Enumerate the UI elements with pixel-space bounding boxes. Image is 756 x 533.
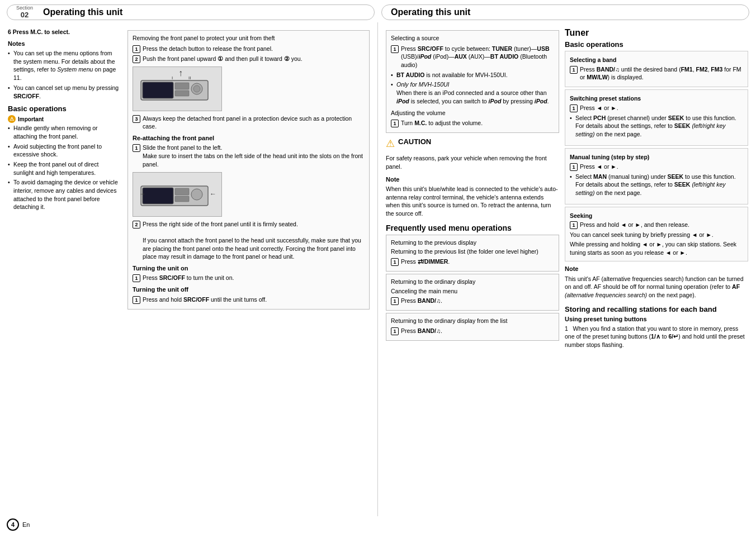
- turning-off-step: 1 Press and hold SRC/OFF until the unit …: [133, 296, 365, 304]
- freq-step-text-2: Press BAND/♫.: [401, 297, 442, 305]
- tuner-note-text: This unit's AF (alternative frequencies …: [565, 275, 748, 299]
- tuner-preset-step-num: 1: [570, 104, 578, 112]
- volume-step: 1 Turn M.C. to adjust the volume.: [391, 119, 554, 127]
- tuner-preset-section: Switching preset stations 1 Press ◄ or ►…: [565, 89, 748, 146]
- reattach-step-2: 2 Press the right side of the front pane…: [133, 220, 365, 261]
- caution-box: ⚠ CAUTION: [386, 137, 559, 150]
- reattach-step-1: 1 Slide the front panel to the left.Make…: [133, 144, 365, 168]
- header: Section 02 Operating this unit Operating…: [0, 0, 756, 22]
- svg-rect-3: [175, 91, 189, 96]
- freq-box-1-sub: Returning to the previous list (the fold…: [391, 248, 554, 256]
- freq-box-2-title: Returning to the ordinary display: [391, 278, 554, 286]
- turning-on-step: 1 Press SRC/OFF to turn the unit on.: [133, 274, 365, 282]
- important-item-1: Handle gently when removing or attaching…: [8, 124, 120, 140]
- important-list: Handle gently when removing or attaching…: [8, 124, 120, 211]
- svg-rect-11: [175, 188, 189, 195]
- important-text: Important: [18, 116, 44, 122]
- tuner-seek-note-1: You can cancel seek tuning by briefly pr…: [570, 231, 743, 239]
- tuner-preset-bullet: Select PCH (preset channel) under SEEK t…: [570, 114, 743, 139]
- volume-step-num: 1: [391, 120, 399, 127]
- source-title: Selecting a source: [391, 34, 554, 42]
- tuner-manual-title: Manual tuning (step by step): [570, 153, 743, 161]
- tuner-manual-step-text: Press ◄ or ►.: [580, 163, 618, 171]
- page-number: 4: [7, 518, 19, 531]
- step-num-on: 1: [133, 274, 140, 282]
- left-info: 6 Press M.C. to select. Notes You can se…: [8, 28, 120, 312]
- tuner-manual-step: 1 Press ◄ or ►.: [570, 163, 743, 171]
- svg-text:←: ←: [210, 190, 216, 198]
- content: 6 Press M.C. to select. Notes You can se…: [0, 22, 756, 516]
- volume-step-text: Turn M.C. to adjust the volume.: [401, 119, 483, 127]
- tuner-note-label: Note: [565, 265, 748, 273]
- source-step: 1 Press SRC/OFF to cycle between: TUNER …: [391, 45, 554, 69]
- svg-rect-2: [175, 83, 189, 89]
- tuner-manual-section: Manual tuning (step by step) 1 Press ◄ o…: [565, 148, 748, 204]
- freq-box-1: Returning to the previous display Return…: [386, 235, 559, 272]
- removal-step-1: 1 Press the detach button to release the…: [133, 45, 365, 53]
- tuner-band-section: Selecting a band 1 Press BAND/♫ until th…: [565, 51, 748, 87]
- device-image-2: → ←: [133, 172, 222, 217]
- notes-label: Notes: [8, 40, 120, 48]
- freq-step-text-3: Press BAND/♫.: [401, 327, 442, 335]
- box-panel: Removing the front panel to protect your…: [127, 28, 370, 312]
- right-left: Selecting a source 1 Press SRC/OFF to cy…: [386, 28, 559, 351]
- svg-rect-12: [175, 196, 189, 202]
- caution-text: For safety reasons, park your vehicle wh…: [386, 154, 559, 170]
- step-text-2: Push the front panel upward ① and then p…: [143, 55, 303, 63]
- removal-box: Removing the front panel to protect your…: [127, 30, 370, 310]
- storing-title: Storing and recalling stations for each …: [565, 305, 748, 313]
- source-bullet-1: BT AUDIO is not available for MVH-150UI.: [391, 71, 554, 79]
- tuner-preset-title: Switching preset stations: [570, 94, 743, 103]
- section-num-left: 02: [21, 11, 29, 19]
- caution-section: ⚠ CAUTION For safety reasons, park your …: [386, 137, 559, 170]
- page-title-left: Operating this unit: [43, 7, 122, 17]
- tuner-title: Tuner: [565, 28, 748, 38]
- source-bullets: BT AUDIO is not available for MVH-150UI.…: [391, 71, 554, 106]
- step-text-off: Press and hold SRC/OFF until the unit tu…: [143, 296, 267, 304]
- tuner-manual-bullet: Select MAN (manual tuning) under SEEK to…: [570, 173, 743, 197]
- tuner-seek-step-text: Press and hold ◄ or ►, and then release.: [580, 221, 689, 229]
- important-item-2: Avoid subjecting the front panel to exce…: [8, 142, 120, 159]
- right-right: Tuner Basic operations Selecting a band …: [565, 28, 748, 351]
- important-icon: ⚠: [8, 115, 16, 123]
- step-num-r2: 2: [133, 221, 140, 229]
- svg-text:→: →: [139, 190, 146, 198]
- caution-title: CAUTION: [398, 137, 431, 146]
- tuner-seek-title: Seeking: [570, 212, 743, 220]
- freq-step-1: 1 Press ⇄/DIMMER.: [391, 258, 554, 266]
- svg-rect-1: [143, 82, 173, 98]
- device-svg-2: → ←: [138, 175, 216, 214]
- tuner-seek-step: 1 Press and hold ◄ or ►, and then releas…: [570, 221, 743, 229]
- important-label: ⚠ Important: [8, 115, 120, 123]
- basic-ops-heading: Basic operations: [8, 104, 120, 113]
- removal-step-3: 3 Always keep the detached front panel i…: [133, 115, 365, 131]
- device-image-1: ↑ I II: [133, 66, 222, 111]
- tuner-band-step-text: Press BAND/♫ until the desired band (FM1…: [580, 65, 743, 82]
- note-item-2: You can cancel set up menu by pressing S…: [8, 84, 120, 100]
- step-text-on: Press SRC/OFF to turn the unit on.: [143, 274, 234, 282]
- tuner-band-step-num: 1: [570, 66, 578, 74]
- svg-point-13: [191, 189, 202, 200]
- using-text: 1 When you find a station that you want …: [565, 325, 748, 349]
- step-num-1: 1: [133, 45, 140, 53]
- tuner-seek-step-num: 1: [570, 221, 578, 229]
- tuner-band-title: Selecting a band: [570, 56, 743, 64]
- page-container: Section 02 Operating this unit Operating…: [0, 0, 756, 533]
- freq-step-text-1: Press ⇄/DIMMER.: [401, 258, 450, 266]
- svg-text:II: II: [188, 75, 191, 80]
- header-left: Section 02 Operating this unit: [7, 4, 375, 20]
- reattach-title: Re-attaching the front panel: [133, 134, 365, 142]
- tuner-preset-bullets: Select PCH (preset channel) under SEEK t…: [570, 114, 743, 139]
- freq-step-num-1: 1: [391, 258, 399, 266]
- section-badge-left: Section 02: [16, 6, 37, 19]
- tuner-manual-step-num: 1: [570, 163, 578, 171]
- press-mc-label: 6 Press M.C. to select.: [8, 28, 120, 36]
- tuner-preset-step-text: Press ◄ or ►.: [580, 104, 618, 112]
- using-title: Using preset tuning buttons: [565, 316, 748, 322]
- svg-point-5: [193, 85, 200, 92]
- tuner-band-step: 1 Press BAND/♫ until the desired band (F…: [570, 65, 743, 82]
- tuner-seek-note-2: While pressing and holding ◄ or ►, you c…: [570, 240, 743, 256]
- tuner-seek-section: Seeking 1 Press and hold ◄ or ►, and the…: [565, 207, 748, 262]
- tuner-preset-step: 1 Press ◄ or ►.: [570, 104, 743, 112]
- step-text-1: Press the detach button to release the f…: [143, 45, 273, 53]
